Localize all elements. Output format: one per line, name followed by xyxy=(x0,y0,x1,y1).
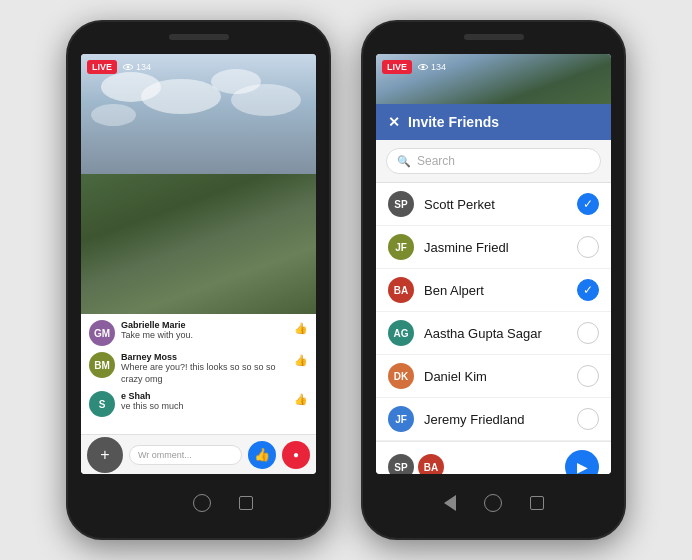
right-live-badge: LIVE xyxy=(382,60,412,74)
thumbup-3[interactable]: 👍 xyxy=(294,393,308,406)
cloud-2 xyxy=(141,79,221,114)
comment-input[interactable]: Wr omment... xyxy=(129,445,242,465)
left-screen: LIVE 134 GM Gabrielle Marie Take me with… xyxy=(81,54,316,474)
friend-row-aastha[interactable]: AG Aastha Gupta Sagar xyxy=(376,312,611,355)
right-eye-icon xyxy=(418,64,428,70)
check-jasmine[interactable] xyxy=(577,236,599,258)
close-button[interactable]: ✕ xyxy=(388,114,400,130)
comment-row: S e Shah ve this so much 👍 xyxy=(89,391,308,417)
right-viewer-number: 134 xyxy=(431,62,446,72)
check-daniel[interactable] xyxy=(577,365,599,387)
friend-row-ben[interactable]: BA Ben Alpert ✓ xyxy=(376,269,611,312)
search-bar[interactable]: 🔍 Search xyxy=(386,148,601,174)
right-phone: LIVE 134 ✕ Invite Friends 🔍 Search S xyxy=(361,20,626,540)
check-scott[interactable]: ✓ xyxy=(577,193,599,215)
friend-row-jeremy[interactable]: JF Jeremy Friedland xyxy=(376,398,611,441)
right-phone-nav xyxy=(444,474,544,538)
add-icon: + xyxy=(100,446,109,464)
friend-name-daniel: Daniel Kim xyxy=(424,369,567,384)
commenter-name-1: Gabrielle Marie xyxy=(121,320,288,330)
left-phone: LIVE 134 GM Gabrielle Marie Take me with… xyxy=(66,20,331,540)
commenter-name-3: e Shah xyxy=(121,391,288,401)
selected-avatar-2: BA xyxy=(418,454,444,474)
friend-list: SP Scott Perket ✓ JF Jasmine Friedl BA B… xyxy=(376,183,611,441)
nav-back-button[interactable] xyxy=(145,493,165,513)
avatar-scott: SP xyxy=(388,191,414,217)
eye-icon xyxy=(123,64,133,70)
right-viewer-count: 134 xyxy=(418,62,446,72)
friend-row-daniel[interactable]: DK Daniel Kim xyxy=(376,355,611,398)
search-bar-wrap: 🔍 Search xyxy=(376,140,611,183)
check-jeremy[interactable] xyxy=(577,408,599,430)
send-button[interactable]: ▶ xyxy=(565,450,599,474)
avatar-shah: S xyxy=(89,391,115,417)
avatar-gabrielle: GM xyxy=(89,320,115,346)
friend-name-scott: Scott Perket xyxy=(424,197,567,212)
search-placeholder: Search xyxy=(417,154,455,168)
add-friend-button[interactable]: + xyxy=(87,437,123,473)
video-clouds xyxy=(81,64,316,164)
viewer-number: 134 xyxy=(136,62,151,72)
comment-text-3: ve this so much xyxy=(121,401,288,413)
search-icon: 🔍 xyxy=(397,155,411,168)
avatar-ben: BA xyxy=(388,277,414,303)
invite-header-title: Invite Friends xyxy=(408,114,499,130)
avatar-barney: BM xyxy=(89,352,115,378)
viewer-count: 134 xyxy=(123,62,151,72)
nav-home-button[interactable] xyxy=(193,494,211,512)
comment-text-2: Where are you?! this looks so so so so c… xyxy=(121,362,288,385)
comment-input-bar: + Wr omment... 👍 ● xyxy=(81,434,316,474)
friend-row-jasmine[interactable]: JF Jasmine Friedl xyxy=(376,226,611,269)
commenter-name-2: Barney Moss xyxy=(121,352,288,362)
avatar-aastha: AG xyxy=(388,320,414,346)
invite-footer: SP BA ▶ xyxy=(376,441,611,474)
comment-text-1: Take me with you. xyxy=(121,330,288,342)
check-ben[interactable]: ✓ xyxy=(577,279,599,301)
thumbup-2[interactable]: 👍 xyxy=(294,354,308,367)
nav-recents-button[interactable] xyxy=(239,496,253,510)
comment-placeholder: Wr omment... xyxy=(138,450,192,460)
friend-name-aastha: Aastha Gupta Sagar xyxy=(424,326,567,341)
selected-avatars: SP BA xyxy=(388,454,444,474)
nav-recents-button-right[interactable] xyxy=(530,496,544,510)
live-badge: LIVE xyxy=(87,60,117,74)
cloud-5 xyxy=(91,104,136,126)
record-button[interactable]: ● xyxy=(282,441,310,469)
nav-back-button-right[interactable] xyxy=(444,495,456,511)
video-land xyxy=(81,174,316,314)
comment-row: BM Barney Moss Where are you?! this look… xyxy=(89,352,308,385)
avatar-daniel: DK xyxy=(388,363,414,389)
right-live-bar: LIVE 134 xyxy=(382,60,605,74)
live-bar: LIVE 134 xyxy=(87,60,310,74)
invite-header: ✕ Invite Friends xyxy=(376,104,611,140)
selected-avatar-1: SP xyxy=(388,454,414,474)
left-phone-nav xyxy=(145,474,253,538)
right-video-strip: LIVE 134 xyxy=(376,54,611,104)
check-aastha[interactable] xyxy=(577,322,599,344)
send-icon: ▶ xyxy=(577,459,588,474)
like-button[interactable]: 👍 xyxy=(248,441,276,469)
comments-area: GM Gabrielle Marie Take me with you. 👍 B… xyxy=(81,314,316,434)
avatar-jasmine: JF xyxy=(388,234,414,260)
right-screen: LIVE 134 ✕ Invite Friends 🔍 Search S xyxy=(376,54,611,474)
comment-row: GM Gabrielle Marie Take me with you. 👍 xyxy=(89,320,308,346)
video-area: LIVE 134 xyxy=(81,54,316,314)
avatar-jeremy: JF xyxy=(388,406,414,432)
friend-name-jasmine: Jasmine Friedl xyxy=(424,240,567,255)
friend-name-jeremy: Jeremy Friedland xyxy=(424,412,567,427)
nav-home-button-right[interactable] xyxy=(484,494,502,512)
thumbup-1[interactable]: 👍 xyxy=(294,322,308,335)
friend-row-scott[interactable]: SP Scott Perket ✓ xyxy=(376,183,611,226)
cloud-4 xyxy=(231,84,301,116)
friend-name-ben: Ben Alpert xyxy=(424,283,567,298)
